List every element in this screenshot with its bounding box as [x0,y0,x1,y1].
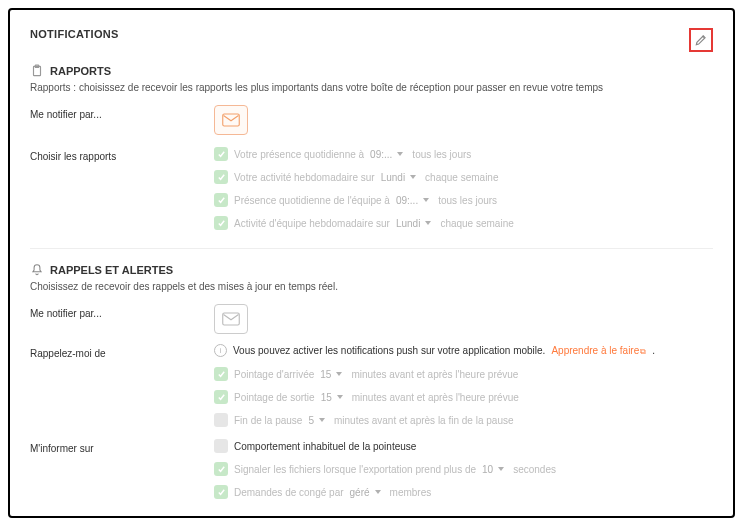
svg-rect-3 [223,313,240,325]
reminder-option[interactable]: Pointage de sortie 15 minutes avant et a… [214,390,713,404]
divider [30,248,713,249]
minutes-select[interactable]: 15 [321,392,346,403]
chevron-down-icon [423,198,429,202]
inform-option[interactable]: Signaler les fichiers lorsque l'exportat… [214,462,713,476]
checkbox-icon [214,216,228,230]
option-text: Pointage d'arrivée [234,369,314,380]
day-select[interactable]: Lundi [396,218,434,229]
bell-icon [30,263,44,277]
time-select[interactable]: 09:... [396,195,432,206]
reminder-option[interactable]: Fin de la pause 5 minutes avant et après… [214,413,713,427]
external-link-icon: ⧉ [640,347,646,356]
reminder-option[interactable]: Pointage d'arrivée 15 minutes avant et a… [214,367,713,381]
checkbox-icon [214,485,228,499]
checkbox-icon [214,390,228,404]
report-option[interactable]: Votre activité hebdomadaire sur Lundi ch… [214,170,713,184]
option-text: Demandes de congé par [234,487,344,498]
chevron-down-icon [410,175,416,179]
option-suffix: tous les jours [412,149,471,160]
option-text: Votre activité hebdomadaire sur [234,172,375,183]
section-desc: Rapports : choisissez de recevoir les ra… [30,82,713,93]
option-text: Activité d'équipe hebdomadaire sur [234,218,390,229]
section-heading-rapports: RAPPORTS [30,64,713,78]
scope-select[interactable]: géré [350,487,384,498]
push-learn-link[interactable]: Apprendre à le faire⧉ [551,345,646,357]
clipboard-icon [30,64,44,78]
section-title: RAPPELS ET ALERTES [50,264,173,276]
option-suffix: minutes avant et après l'heure prévue [352,392,519,403]
section-title: RAPPORTS [50,65,111,77]
option-suffix: secondes [513,464,556,475]
minutes-select[interactable]: 5 [308,415,328,426]
chevron-down-icon [336,372,342,376]
label-notify-via: Me notifier par... [30,304,214,319]
edit-button[interactable] [689,28,713,52]
checkbox-icon [214,367,228,381]
notify-channel-email[interactable] [214,105,248,135]
seconds-select[interactable]: 10 [482,464,507,475]
checkbox-icon [214,170,228,184]
svg-rect-2 [223,114,240,126]
report-option[interactable]: Activité d'équipe hebdomadaire sur Lundi… [214,216,713,230]
option-text: Présence quotidienne de l'équipe à [234,195,390,206]
label-notify-via: Me notifier par... [30,105,214,120]
option-text: Pointage de sortie [234,392,315,403]
chevron-down-icon [397,152,403,156]
notifications-panel: NOTIFICATIONS RAPPORTS Rapports : choisi… [8,8,735,518]
option-suffix: minutes avant et après la fin de la paus… [334,415,514,426]
chevron-down-icon [375,490,381,494]
section-desc: Choisissez de recevoir des rappels et de… [30,281,713,292]
option-text: Votre présence quotidienne à [234,149,364,160]
chevron-down-icon [319,418,325,422]
label-choose-reports: Choisir les rapports [30,147,214,162]
option-text: Signaler les fichiers lorsque l'exportat… [234,464,476,475]
info-icon: i [214,344,227,357]
option-text: Fin de la pause [234,415,302,426]
option-suffix: chaque semaine [425,172,498,183]
option-suffix: membres [390,487,432,498]
page-title: NOTIFICATIONS [30,28,119,40]
mail-icon [222,312,240,326]
report-option[interactable]: Votre présence quotidienne à 09:... tous… [214,147,713,161]
push-info: i Vous pouvez activer les notifications … [214,344,713,357]
report-option[interactable]: Présence quotidienne de l'équipe à 09:..… [214,193,713,207]
option-suffix: tous les jours [438,195,497,206]
time-select[interactable]: 09:... [370,149,406,160]
mail-icon [222,113,240,127]
push-info-text: Vous pouvez activer les notifications pu… [233,345,545,356]
inform-option[interactable]: Demandes de congé par géré membres [214,485,713,499]
checkbox-icon [214,193,228,207]
label-inform-me: M'informer sur [30,439,214,454]
option-suffix: chaque semaine [440,218,513,229]
chevron-down-icon [425,221,431,225]
checkbox-icon [214,147,228,161]
inform-options: Comportement inhabituel de la pointeuse … [214,439,713,499]
checkbox-icon [214,413,228,427]
reminder-options: Pointage d'arrivée 15 minutes avant et a… [214,367,713,427]
day-select[interactable]: Lundi [381,172,419,183]
option-suffix: minutes avant et après l'heure prévue [351,369,518,380]
pencil-icon [694,33,708,47]
chevron-down-icon [498,467,504,471]
checkbox-icon [214,462,228,476]
inform-option[interactable]: Comportement inhabituel de la pointeuse [214,439,713,453]
reports-options: Votre présence quotidienne à 09:... tous… [214,147,713,230]
notify-channel-email[interactable] [214,304,248,334]
chevron-down-icon [337,395,343,399]
minutes-select[interactable]: 15 [320,369,345,380]
checkbox-icon [214,439,228,453]
option-text: Comportement inhabituel de la pointeuse [234,441,416,452]
section-heading-rappels: RAPPELS ET ALERTES [30,263,713,277]
label-remind-me: Rappelez-moi de [30,344,214,359]
